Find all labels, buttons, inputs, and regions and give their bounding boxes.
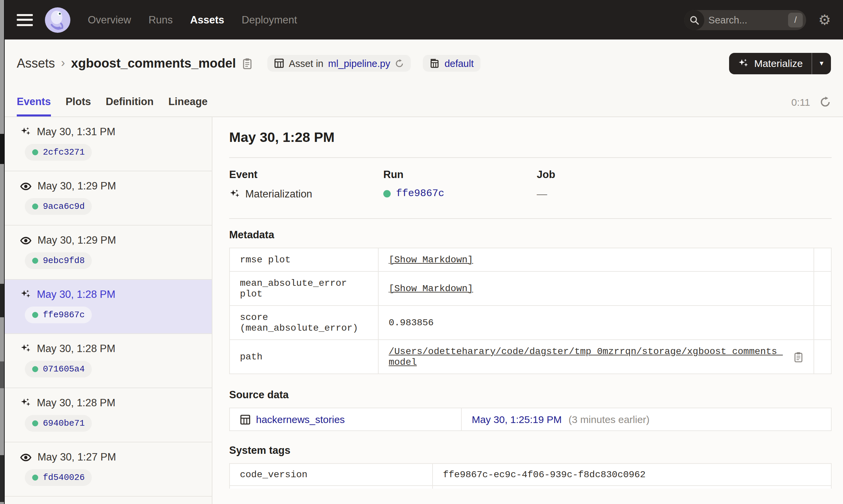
nav-item-deployment[interactable]: Deployment xyxy=(242,14,297,26)
run-id-link[interactable]: 9aca6c9d xyxy=(43,201,85,212)
tag-value: ffe9867c-ec9c-4f06-939c-f8dc830c0962 xyxy=(433,464,831,486)
pipeline-file-link[interactable]: ml_pipeline.py xyxy=(328,58,390,69)
nav-links: Overview Runs Assets Deployment xyxy=(88,14,297,26)
event-detail-title: May 30, 1:28 PM xyxy=(229,129,831,145)
repo-default-link[interactable]: default xyxy=(445,58,474,69)
event-time: May 30, 1:28 PM xyxy=(37,288,115,301)
job-column-label: Job xyxy=(537,169,831,181)
event-time: May 30, 1:29 PM xyxy=(37,180,116,192)
tab-plots[interactable]: Plots xyxy=(66,87,91,116)
table-row xyxy=(229,486,831,489)
hamburger-menu-icon[interactable] xyxy=(17,14,33,26)
global-search[interactable]: / xyxy=(684,10,806,30)
materialize-split-button: Materialize ▾ xyxy=(729,53,831,74)
tab-definition[interactable]: Definition xyxy=(106,87,154,116)
show-markdown-link[interactable]: [Show Markdown] xyxy=(389,283,473,294)
run-column-label: Run xyxy=(383,169,537,181)
search-shortcut-badge: / xyxy=(788,12,803,27)
nav-item-runs[interactable]: Runs xyxy=(149,14,173,26)
nav-item-assets[interactable]: Assets xyxy=(190,14,224,26)
run-status-dot xyxy=(32,203,38,210)
materialize-dropdown-caret[interactable]: ▾ xyxy=(812,53,831,74)
run-pill: 6940be71 xyxy=(25,415,92,432)
search-input[interactable] xyxy=(704,14,788,25)
asset-location-badge: Asset in ml_pipeline.py xyxy=(268,55,411,72)
event-time: May 30, 1:28 PM xyxy=(37,397,115,409)
background-window-sliver xyxy=(0,0,5,504)
run-id-link[interactable]: 9ebc9fd8 xyxy=(43,256,85,266)
source-data-heading: Source data xyxy=(229,389,831,401)
storage-path-link[interactable]: /Users/odetteharary/code/dagster/tmp_0mz… xyxy=(389,346,787,367)
refresh-icon[interactable] xyxy=(820,96,831,107)
metadata-value: 0.983856 xyxy=(378,306,814,340)
run-id-link[interactable]: 071605a4 xyxy=(43,364,85,374)
table-row: path /Users/odetteharary/code/dagster/tm… xyxy=(229,340,831,374)
materialization-sparkle-icon xyxy=(20,343,31,354)
run-id-link[interactable]: fd540026 xyxy=(43,472,85,483)
observation-eye-icon xyxy=(20,451,32,463)
metadata-table: rmse plot [Show Markdown] mean_absolute_… xyxy=(229,248,831,374)
materialization-sparkle-icon xyxy=(20,126,31,137)
show-markdown-link[interactable]: [Show Markdown] xyxy=(389,254,473,265)
metadata-key: rmse plot xyxy=(229,248,378,271)
event-list-item[interactable]: May 30, 1:29 PM 9ebc9fd8 xyxy=(5,226,212,280)
event-list-item[interactable]: May 30, 1:28 PM 6940be71 xyxy=(5,388,212,443)
run-pill: 9aca6c9d xyxy=(25,198,92,215)
run-status-dot xyxy=(32,258,38,264)
run-id-link[interactable]: ffe9867c xyxy=(43,310,85,320)
asset-grid-icon xyxy=(274,58,284,68)
gear-icon[interactable]: ⚙ xyxy=(818,13,831,27)
metadata-key: score (mean_absolute_error) xyxy=(229,306,378,340)
run-id-link[interactable]: 2cfc3271 xyxy=(43,147,85,157)
page-title: xgboost_comments_model xyxy=(71,56,236,71)
source-time-note: (3 minutes earlier) xyxy=(569,414,650,425)
run-id-link[interactable]: 6940be71 xyxy=(43,418,85,428)
run-id-link[interactable]: ffe9867c xyxy=(396,188,444,199)
event-list-item[interactable]: May 30, 1:31 PM 2cfc3271 xyxy=(5,117,212,172)
event-time: May 30, 1:29 PM xyxy=(37,234,116,246)
repo-grid-icon xyxy=(430,58,440,68)
materialization-sparkle-icon xyxy=(229,189,240,199)
search-icon xyxy=(684,10,704,30)
system-tags-table: code_version ffe9867c-ec9c-4f06-939c-f8d… xyxy=(229,463,831,489)
event-list-item[interactable]: May 30, 1:27 PM fd540026 xyxy=(5,443,212,497)
source-materialization-time-link[interactable]: May 30, 1:25:19 PM xyxy=(472,414,562,425)
tab-events[interactable]: Events xyxy=(17,87,51,116)
metadata-key: path xyxy=(229,340,378,374)
sparkle-icon xyxy=(738,58,749,69)
system-tags-heading: System tags xyxy=(229,445,831,456)
copy-asset-name-icon[interactable] xyxy=(242,57,253,69)
event-list: May 30, 1:31 PM 2cfc3271 May 30, 1:29 PM… xyxy=(5,117,212,504)
refresh-countdown: 0:11 xyxy=(791,96,810,107)
breadcrumb-assets-link[interactable]: Assets xyxy=(17,56,55,71)
event-time: May 30, 1:31 PM xyxy=(37,126,115,138)
event-list-item[interactable]: May 30, 1:28 PM 071605a4 xyxy=(5,334,212,388)
upstream-asset-link[interactable]: hackernews_stories xyxy=(256,414,345,425)
reload-code-location-icon[interactable] xyxy=(395,58,405,68)
dagster-logo-icon[interactable] xyxy=(45,7,70,33)
tab-lineage[interactable]: Lineage xyxy=(168,87,207,116)
table-row: rmse plot [Show Markdown] xyxy=(229,248,831,271)
metadata-heading: Metadata xyxy=(229,229,831,241)
table-row: mean_absolute_error plot [Show Markdown] xyxy=(229,271,831,306)
run-status-dot xyxy=(32,366,38,372)
event-detail-panel: May 30, 1:28 PM Event Materialization Ru… xyxy=(212,117,843,504)
run-status-dot xyxy=(32,149,38,155)
nav-item-overview[interactable]: Overview xyxy=(88,14,131,26)
run-status-dot xyxy=(32,312,38,318)
run-pill: ffe9867c xyxy=(25,307,92,323)
metadata-key: mean_absolute_error plot xyxy=(229,271,378,306)
event-list-item[interactable]: May 30, 1:29 PM 9aca6c9d xyxy=(5,172,212,226)
copy-path-icon[interactable] xyxy=(793,351,804,362)
run-status-dot xyxy=(383,190,391,197)
run-status-dot xyxy=(32,474,38,481)
run-pill: 071605a4 xyxy=(25,361,92,378)
event-time: May 30, 1:27 PM xyxy=(37,451,116,463)
materialize-label: Materialize xyxy=(754,57,803,69)
top-navbar: Overview Runs Assets Deployment / ⚙ xyxy=(5,0,843,39)
materialization-sparkle-icon xyxy=(20,289,31,300)
event-list-item-selected[interactable]: May 30, 1:28 PM ffe9867c xyxy=(5,280,212,334)
materialize-button[interactable]: Materialize xyxy=(729,53,811,74)
run-pill: 2cfc3271 xyxy=(25,144,92,161)
event-time: May 30, 1:28 PM xyxy=(37,343,115,355)
